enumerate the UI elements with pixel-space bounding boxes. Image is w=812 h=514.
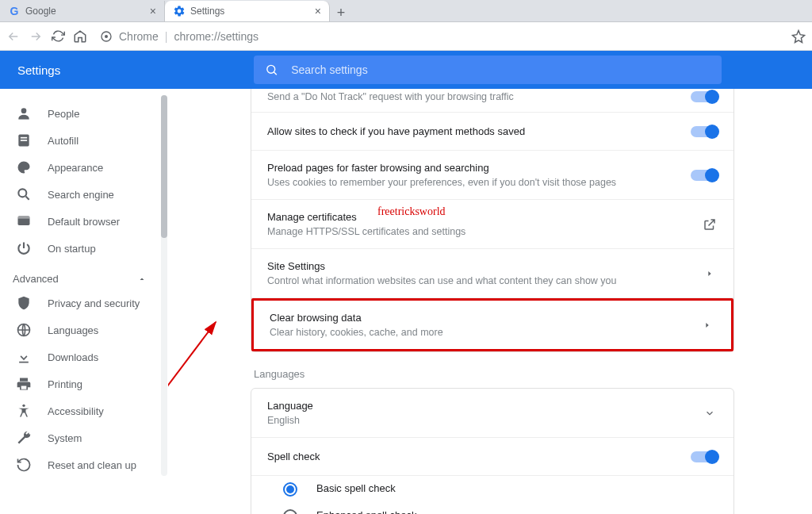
restore-icon: [16, 457, 32, 473]
section-languages: Languages: [254, 368, 734, 380]
sidebar-item-accessibility[interactable]: Accessibility: [0, 397, 167, 424]
sidebar-item-default-browser[interactable]: Default browser: [0, 208, 167, 235]
close-icon[interactable]: ×: [315, 5, 321, 17]
close-icon[interactable]: ×: [150, 5, 156, 17]
forward-icon[interactable]: [29, 29, 43, 44]
chevron-right-icon: [699, 317, 715, 333]
sidebar-item-printing[interactable]: Printing: [0, 370, 167, 397]
sidebar-item-downloads[interactable]: Downloads: [0, 343, 167, 370]
search-icon: [265, 63, 278, 77]
privacy-card: Send a "Do Not Track" request with your …: [251, 89, 734, 352]
browser-icon: [16, 213, 32, 229]
setting-clear-browsing-data[interactable]: Clear browsing data Clear history, cooki…: [251, 298, 733, 351]
sidebar-item-label: Accessibility: [48, 405, 104, 417]
sidebar-item-label: Reset and clean up: [48, 459, 136, 471]
star-icon[interactable]: [791, 29, 806, 44]
sidebar-item-appearance[interactable]: Appearance: [0, 154, 167, 181]
svg-point-12: [22, 405, 25, 407]
setting-title: Site Settings: [267, 260, 617, 272]
separator: |: [165, 30, 168, 43]
back-icon[interactable]: [6, 29, 21, 44]
setting-payment: Allow sites to check if you have payment…: [251, 113, 733, 151]
search-input[interactable]: [291, 63, 710, 76]
toggle-dnt[interactable]: [691, 91, 718, 102]
setting-desc: English: [267, 415, 313, 426]
toggle-preload[interactable]: [691, 170, 718, 181]
radio-enhanced-spell[interactable]: Enhanced spell check Uses the same spell…: [251, 503, 733, 514]
scroll-thumb[interactable]: [161, 95, 167, 238]
content-area: Send a "Do Not Track" request with your …: [168, 89, 812, 514]
sidebar-item-system[interactable]: System: [0, 424, 167, 451]
toolbar: Chrome | chrome://settings: [0, 22, 812, 51]
tab-strip: G Google × Settings × +: [0, 0, 812, 22]
svg-point-3: [21, 108, 27, 113]
svg-rect-5: [21, 137, 27, 139]
radio-icon[interactable]: [283, 509, 297, 514]
home-icon[interactable]: [73, 29, 87, 44]
tab-label: Settings: [190, 6, 224, 17]
reload-icon[interactable]: [51, 29, 65, 44]
setting-title: Send a "Do Not Track" request with your …: [267, 91, 514, 102]
new-tab-button[interactable]: +: [330, 5, 352, 21]
sidebar-item-privacy[interactable]: Privacy and security: [0, 290, 167, 316]
sidebar-item-autofill[interactable]: Autofill: [0, 127, 167, 154]
language-row[interactable]: Language English: [251, 389, 733, 438]
setting-desc: Manage HTTPS/SSL certificates and settin…: [267, 226, 465, 237]
advanced-toggle[interactable]: Advanced: [0, 262, 167, 290]
setting-certificates[interactable]: Manage certificates Manage HTTPS/SSL cer…: [251, 200, 733, 249]
sidebar-item-label: Languages: [48, 324, 98, 336]
sidebar-item-on-startup[interactable]: On startup: [0, 235, 167, 262]
address-bar[interactable]: Chrome | chrome://settings: [100, 30, 259, 43]
toggle-payment[interactable]: [691, 126, 718, 137]
globe-icon: [16, 322, 32, 338]
sidebar-item-search-engine[interactable]: Search engine: [0, 181, 167, 208]
sidebar-item-label: People: [48, 108, 79, 120]
sidebar-item-label: Default browser: [48, 216, 120, 228]
watermark-text: freetricksworld: [377, 205, 446, 218]
url-text: chrome://settings: [174, 30, 259, 43]
tab-google[interactable]: G Google ×: [0, 1, 165, 21]
search-icon: [16, 186, 32, 202]
sidebar-item-label: On startup: [48, 243, 96, 255]
spellcheck-row: Spell check: [251, 438, 733, 476]
accessibility-icon: [16, 403, 32, 419]
advanced-label: Advanced: [13, 273, 59, 285]
sidebar-item-languages[interactable]: Languages: [0, 316, 167, 343]
sidebar-item-reset[interactable]: Reset and clean up: [0, 451, 167, 478]
sidebar: People Autofill Appearance Search engine…: [0, 89, 168, 514]
setting-title: Preload pages for faster browsing and se…: [267, 162, 616, 174]
radio-label: Basic spell check: [316, 482, 396, 494]
wrench-icon: [16, 430, 32, 446]
scrollbar[interactable]: [161, 95, 167, 476]
search-settings[interactable]: [254, 56, 722, 84]
setting-desc: Uses cookies to remember your preference…: [267, 177, 616, 188]
radio-basic-spell[interactable]: Basic spell check: [251, 476, 733, 503]
setting-title: Clear browsing data: [270, 312, 443, 324]
svg-rect-9: [18, 216, 30, 218]
radio-icon[interactable]: [283, 482, 297, 497]
setting-desc: Clear history, cookies, cache, and more: [270, 327, 443, 338]
setting-site-settings[interactable]: Site Settings Control what information w…: [251, 249, 733, 298]
scheme-label: Chrome: [119, 30, 159, 43]
sidebar-item-label: Printing: [48, 378, 82, 390]
sidebar-item-label: Privacy and security: [48, 297, 140, 309]
sidebar-item-people[interactable]: People: [0, 100, 167, 127]
svg-rect-6: [21, 140, 27, 141]
setting-preload: Preload pages for faster browsing and se…: [251, 151, 733, 200]
toggle-spellcheck[interactable]: [691, 451, 718, 462]
gear-icon: [173, 5, 186, 17]
external-link-icon: [702, 217, 718, 232]
chevron-right-icon: [702, 266, 718, 282]
svg-point-2: [267, 65, 275, 73]
tab-settings[interactable]: Settings ×: [165, 1, 330, 21]
settings-header: Settings: [0, 51, 812, 89]
chevron-down-icon: [702, 405, 718, 421]
chevron-up-icon: [137, 274, 147, 284]
sidebar-item-label: Search engine: [48, 189, 114, 201]
setting-title: Allow sites to check if you have payment…: [267, 125, 525, 137]
printer-icon: [16, 376, 32, 392]
autofill-icon: [16, 132, 32, 148]
svg-point-7: [18, 189, 26, 197]
radio-label: Enhanced spell check: [316, 509, 662, 514]
svg-line-13: [168, 322, 216, 438]
